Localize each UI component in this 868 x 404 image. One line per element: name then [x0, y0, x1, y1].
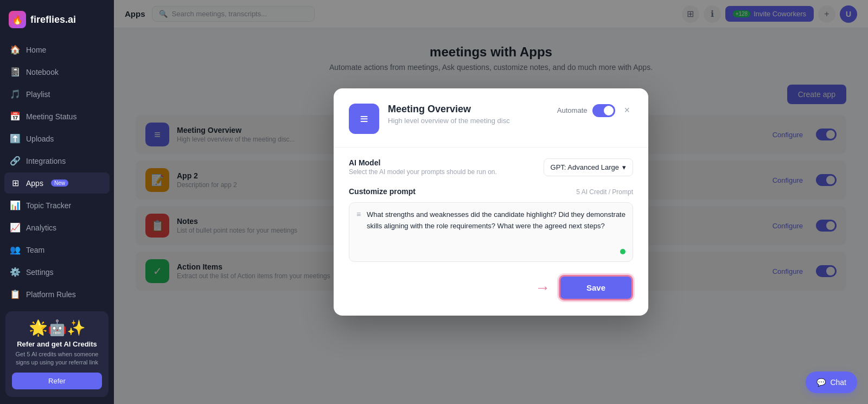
modal-footer: → Save — [349, 275, 633, 300]
sidebar-item-label: Meeting Status — [26, 112, 76, 121]
sidebar-bottom: 🌟🤖✨ Refer and get AI Credits Get 5 AI cr… — [0, 305, 114, 403]
arrow-indicator: → — [535, 279, 550, 297]
customize-prompt-header: Customize prompt 5 AI Credit / Prompt — [349, 187, 633, 197]
sidebar-item-settings[interactable]: ⚙️ Settings — [4, 261, 110, 283]
refer-emoji: 🌟🤖✨ — [12, 319, 102, 337]
sidebar-item-label: Platform Rules — [26, 290, 76, 299]
refer-card: 🌟🤖✨ Refer and get AI Credits Get 5 AI cr… — [5, 311, 108, 397]
sidebar-item-label: Settings — [26, 268, 54, 277]
modal-divider — [334, 147, 648, 148]
sidebar-nav: 🏠 Home 📓 Notebook 🎵 Playlist 📅 Meeting S… — [0, 39, 114, 305]
sidebar-item-label: Analytics — [26, 223, 56, 232]
refer-button[interactable]: Refer — [12, 373, 102, 389]
customize-label: Customize prompt — [349, 187, 416, 196]
meeting-status-icon: 📅 — [10, 111, 21, 121]
sidebar-item-label: Playlist — [26, 90, 50, 99]
modal-header-right: Automate × — [557, 104, 633, 117]
sidebar-item-label: Apps — [26, 179, 43, 188]
sidebar-item-integrations[interactable]: 🔗 Integrations — [4, 150, 110, 171]
ai-model-section: AI Model Select the AI model your prompt… — [349, 158, 633, 176]
status-dot — [620, 249, 626, 254]
integrations-icon: 🔗 — [10, 156, 21, 166]
logo-icon: 🔥 — [9, 11, 26, 28]
apps-icon: ⊞ — [10, 178, 21, 188]
sidebar-item-home[interactable]: 🏠 Home — [4, 39, 110, 60]
modal-header-info: Meeting Overview High level overview of … — [388, 104, 548, 125]
chat-label: Chat — [830, 378, 846, 387]
save-button[interactable]: Save — [559, 275, 633, 300]
sidebar-item-label: Home — [26, 46, 46, 54]
modal-overlay: ≡ Meeting Overview High level overview o… — [114, 0, 868, 404]
modal-app-icon: ≡ — [349, 104, 379, 134]
refer-desc: Get 5 AI credits when someone signs up u… — [12, 350, 102, 367]
sidebar-item-uploads[interactable]: ⬆️ Uploads — [4, 128, 110, 149]
sidebar: 🔥 fireflies.ai 🏠 Home 📓 Notebook 🎵 Playl… — [0, 0, 114, 404]
sidebar-item-platform-rules[interactable]: 📋 Platform Rules — [4, 284, 110, 305]
ai-model-label: AI Model — [349, 158, 497, 167]
apps-badge: New — [51, 179, 68, 187]
modal-subtitle: High level overview of the meeting disc — [388, 117, 548, 125]
logo-text: fireflies.ai — [30, 14, 76, 25]
modal-title: Meeting Overview — [388, 104, 548, 115]
chat-icon: 💬 — [816, 378, 826, 387]
platform-rules-icon: 📋 — [10, 289, 21, 299]
settings-icon: ⚙️ — [10, 267, 21, 277]
sidebar-logo: 🔥 fireflies.ai — [0, 7, 114, 39]
sidebar-item-playlist[interactable]: 🎵 Playlist — [4, 84, 110, 105]
sidebar-item-label: Topic Tracker — [26, 201, 71, 210]
prompt-box: ≡ What strengths and weaknesses did the … — [349, 202, 633, 262]
analytics-icon: 📈 — [10, 222, 21, 233]
automate-label: Automate — [557, 106, 588, 114]
modal-header: ≡ Meeting Overview High level overview o… — [349, 104, 633, 134]
prompt-list-icon: ≡ — [356, 210, 361, 219]
prompt-textarea[interactable]: What strengths and weaknesses did the ca… — [349, 202, 633, 262]
uploads-icon: ⬆️ — [10, 133, 21, 144]
topic-tracker-icon: 📊 — [10, 200, 21, 210]
meeting-overview-modal: ≡ Meeting Overview High level overview o… — [334, 88, 648, 316]
sidebar-item-label: Team — [26, 246, 44, 254]
ai-credit-badge: 5 AI Credit / Prompt — [576, 188, 633, 196]
notebook-icon: 📓 — [10, 67, 21, 77]
sidebar-item-notebook[interactable]: 📓 Notebook — [4, 61, 110, 82]
main-content: Apps 🔍 Search meetings, transcripts... ⊞… — [114, 0, 868, 404]
sidebar-item-label: Uploads — [26, 134, 54, 143]
chevron-down-icon: ▾ — [622, 163, 626, 171]
sidebar-item-label: Notebook — [26, 68, 59, 76]
ai-model-info: AI Model Select the AI model your prompt… — [349, 158, 497, 176]
sidebar-item-label: Integrations — [26, 157, 66, 165]
refer-title: Refer and get AI Credits — [12, 340, 102, 348]
sidebar-item-team[interactable]: 👥 Team — [4, 239, 110, 260]
close-button[interactable]: × — [621, 104, 633, 117]
sidebar-item-apps[interactable]: ⊞ Apps New — [4, 172, 110, 194]
automate-toggle[interactable] — [592, 104, 615, 117]
sidebar-item-analytics[interactable]: 📈 Analytics — [4, 217, 110, 238]
ai-model-selected: GPT: Advanced Large — [551, 163, 619, 171]
team-icon: 👥 — [10, 245, 21, 255]
ai-model-desc: Select the AI model your prompts should … — [349, 168, 497, 176]
sidebar-item-topic-tracker[interactable]: 📊 Topic Tracker — [4, 195, 110, 216]
chat-button[interactable]: 💬 Chat — [806, 371, 857, 393]
arrow-icon: → — [535, 279, 550, 297]
playlist-icon: 🎵 — [10, 89, 21, 99]
ai-model-dropdown[interactable]: GPT: Advanced Large ▾ — [544, 158, 633, 176]
sidebar-item-meeting-status[interactable]: 📅 Meeting Status — [4, 106, 110, 127]
home-icon: 🏠 — [10, 44, 21, 55]
